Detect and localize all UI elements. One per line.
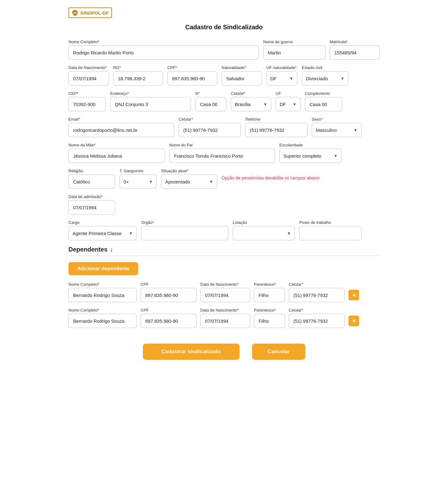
input-religiao[interactable] — [68, 174, 115, 189]
group-dep1-cpf: CPF — [141, 282, 197, 302]
group-endereco: Endereço* — [110, 91, 191, 111]
input-complemento[interactable] — [305, 97, 342, 111]
input-posto[interactable] — [299, 226, 362, 240]
input-data-nascimento[interactable] — [68, 71, 109, 86]
input-cpf[interactable] — [167, 71, 217, 86]
group-data-admissao: Data de admissão* — [68, 194, 115, 215]
input-nome-pai[interactable] — [169, 149, 275, 163]
row-contato: Email* Celular* Telefone Sexo* Masculino… — [68, 117, 380, 137]
shield-icon: SP — [72, 9, 78, 16]
input-telefone[interactable] — [245, 123, 307, 137]
label-telefone: Telefone — [245, 117, 307, 122]
group-cargo: Cargo Agente Primeira Classe ▼ — [68, 220, 137, 240]
group-situacao: Situação atual* Aposentado ▼ — [161, 169, 217, 189]
input-naturalidade[interactable] — [222, 71, 262, 86]
group-dep2-celular: Celular* — [289, 308, 345, 328]
label-sexo: Sexo* — [312, 117, 362, 122]
label-uf-naturalidade: UF naturalidade* — [266, 65, 297, 70]
group-dep1-parentesco: Parentesco* — [254, 282, 285, 302]
select-sexo-value: Masculino — [316, 127, 337, 133]
input-dep2-parentesco[interactable] — [254, 314, 285, 328]
dependentes-header: Dependentes ↓ — [68, 246, 380, 253]
input-nome-guerra[interactable] — [263, 45, 325, 60]
input-matricula[interactable] — [330, 45, 380, 60]
label-escolaridade: Escolaridade — [279, 143, 342, 147]
input-dep1-parentesco[interactable] — [254, 288, 285, 302]
input-dep1-cpf[interactable] — [141, 288, 197, 302]
group-dep2-cpf: CPF — [141, 308, 197, 328]
select-sexo[interactable]: Masculino ▼ — [312, 123, 362, 137]
row-religiao-situacao: Religião T. Sanguíneo 0+ ▼ Situação atua… — [68, 169, 380, 189]
remove-dependent-1-button[interactable]: ✕ — [348, 290, 359, 300]
remove-dependent-2-button[interactable]: ✕ — [348, 316, 359, 326]
group-dep2-data-nasc: Data de Nascimento* — [200, 308, 250, 328]
select-uf-naturalidade[interactable]: DF ▼ — [266, 71, 297, 86]
select-cidade[interactable]: Brasília ▼ — [231, 97, 271, 111]
row-nome: Nome Completo* Nome de guerra Matricula* — [68, 39, 380, 60]
group-cidade: Cidade* Brasília ▼ — [231, 91, 271, 111]
label-dep2-nome: Nome Completo* — [68, 308, 137, 312]
chevron-down-icon: ▼ — [353, 128, 357, 132]
group-complemento: Complemento — [305, 91, 342, 111]
input-dep2-cpf[interactable] — [141, 314, 197, 328]
select-situacao[interactable]: Aposentado ▼ — [161, 174, 217, 189]
input-dep2-celular[interactable] — [289, 314, 345, 328]
select-estado-civil[interactable]: Divorciado ▼ — [302, 71, 348, 86]
input-nome-completo[interactable] — [68, 45, 259, 60]
input-rg[interactable] — [113, 71, 163, 86]
input-email[interactable] — [68, 123, 174, 137]
input-dep1-data-nasc[interactable] — [200, 288, 250, 302]
group-escolaridade: Escolaridade Superior completo ▼ — [279, 143, 342, 163]
row-admissao: Data de admissão* — [68, 194, 380, 215]
label-dep2-cpf: CPF — [141, 308, 197, 312]
input-orgao[interactable] — [141, 226, 228, 240]
group-sexo: Sexo* Masculino ▼ — [312, 117, 362, 137]
group-data-nascimento: Data de Nascimento* — [68, 65, 109, 86]
dependent-row: Nome Completo* CPF Data de Nascimento* P… — [68, 308, 380, 328]
select-uf[interactable]: DF ▼ — [276, 97, 301, 111]
group-nome-guerra: Nome de guerra — [263, 39, 325, 60]
group-dep2-parentesco: Parentesco* — [254, 308, 285, 328]
select-lotacao[interactable]: ▼ — [233, 226, 295, 240]
cancel-button[interactable]: Cancelar — [252, 344, 306, 360]
label-uf: UF — [276, 91, 301, 96]
group-religiao: Religião — [68, 169, 115, 189]
label-rg: RG* — [113, 65, 163, 70]
label-estado-civil: Estado civil — [302, 65, 348, 70]
label-cpf: CPF* — [167, 65, 217, 70]
dependentes-title: Dependentes — [68, 246, 108, 253]
label-cidade: Cidade* — [231, 91, 271, 96]
input-numero[interactable] — [195, 97, 226, 111]
input-endereco[interactable] — [110, 97, 191, 111]
input-dep2-nome[interactable] — [68, 314, 137, 328]
label-complemento: Complemento — [305, 91, 342, 96]
add-dependent-button[interactable]: Adicionar dependente — [68, 262, 138, 275]
select-t-sanguineo[interactable]: 0+ ▼ — [119, 174, 157, 189]
label-data-admissao: Data de admissão* — [68, 194, 115, 199]
input-dep2-data-nasc[interactable] — [200, 314, 250, 328]
input-dep1-celular[interactable] — [289, 288, 345, 302]
chevron-down-icon: ▼ — [289, 76, 293, 81]
logo-text: SINDPOL-DF — [80, 10, 109, 16]
dependentes-section: Dependentes ↓ Adicionar dependente Nome … — [68, 246, 380, 328]
group-numero: N° — [195, 91, 226, 111]
chevron-down-icon: ▼ — [263, 102, 267, 107]
select-cargo[interactable]: Agente Primeira Classe ▼ — [68, 226, 137, 240]
logo-area: SP SINDPOL-DF — [68, 7, 380, 18]
label-nome-mae: Nome da Mãe* — [68, 143, 165, 147]
label-dep1-celular: Celular* — [289, 282, 345, 287]
group-cpf: CPF* — [167, 65, 217, 86]
submit-button[interactable]: Cadastrar sindicalizado — [143, 344, 240, 360]
select-escolaridade[interactable]: Superior completo ▼ — [279, 149, 342, 163]
input-data-admissao[interactable] — [68, 200, 115, 215]
label-religiao: Religião — [68, 169, 115, 173]
group-posto: Posto de trabalho — [299, 220, 362, 240]
chevron-down-icon: ▼ — [334, 154, 338, 158]
input-dep1-nome[interactable] — [68, 288, 137, 302]
input-nome-mae[interactable] — [68, 149, 165, 163]
input-cep[interactable] — [68, 97, 106, 111]
select-t-sanguineo-value: 0+ — [124, 179, 129, 184]
input-celular[interactable] — [179, 123, 241, 137]
label-matricula: Matricula* — [330, 39, 380, 44]
label-situacao: Situação atual* — [161, 169, 217, 173]
